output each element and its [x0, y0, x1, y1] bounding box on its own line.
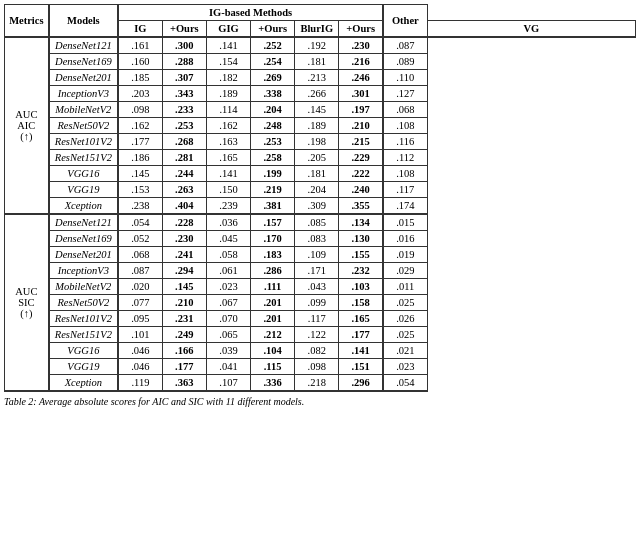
value-vg: .089: [383, 54, 427, 70]
value-blurig: .117: [295, 311, 339, 327]
other-header: Other: [383, 5, 427, 38]
model-cell: DenseNet121: [49, 37, 118, 54]
models-header: Models: [49, 5, 118, 38]
value-blurig_ours: .355: [339, 198, 383, 215]
value-blurig: .099: [295, 295, 339, 311]
value-ig: .020: [118, 279, 162, 295]
value-ig_ours: .233: [162, 102, 206, 118]
value-vg: .087: [383, 37, 427, 54]
value-ig: .068: [118, 247, 162, 263]
value-ig_ours: .145: [162, 279, 206, 295]
value-blurig_ours: .165: [339, 311, 383, 327]
value-blurig: .171: [295, 263, 339, 279]
value-ig_ours: .281: [162, 150, 206, 166]
value-vg: .127: [383, 86, 427, 102]
value-vg: .112: [383, 150, 427, 166]
model-cell: DenseNet169: [49, 231, 118, 247]
ig-subheader: IG: [118, 21, 162, 38]
model-cell: Xception: [49, 375, 118, 392]
vg-subheader: VG: [427, 21, 635, 38]
value-gig: .067: [206, 295, 250, 311]
value-blurig: .218: [295, 375, 339, 392]
value-vg: .029: [383, 263, 427, 279]
model-cell: VGG16: [49, 166, 118, 182]
value-blurig_ours: .134: [339, 214, 383, 231]
value-gig_ours: .219: [251, 182, 295, 198]
value-blurig_ours: .222: [339, 166, 383, 182]
value-gig: .154: [206, 54, 250, 70]
value-ig_ours: .404: [162, 198, 206, 215]
value-ig_ours: .307: [162, 70, 206, 86]
value-gig_ours: .381: [251, 198, 295, 215]
value-ig: .046: [118, 359, 162, 375]
value-gig: .039: [206, 343, 250, 359]
value-gig_ours: .157: [251, 214, 295, 231]
value-blurig: .109: [295, 247, 339, 263]
model-cell: Xception: [49, 198, 118, 215]
value-blurig_ours: .103: [339, 279, 383, 295]
value-blurig: .181: [295, 166, 339, 182]
value-blurig: .085: [295, 214, 339, 231]
value-gig_ours: .115: [251, 359, 295, 375]
value-gig_ours: .252: [251, 37, 295, 54]
value-ig: .160: [118, 54, 162, 70]
value-gig: .141: [206, 166, 250, 182]
value-ig: .087: [118, 263, 162, 279]
model-cell: DenseNet201: [49, 70, 118, 86]
value-ig: .098: [118, 102, 162, 118]
value-blurig: .043: [295, 279, 339, 295]
value-vg: .108: [383, 118, 427, 134]
value-vg: .116: [383, 134, 427, 150]
value-vg: .117: [383, 182, 427, 198]
value-blurig: .192: [295, 37, 339, 54]
value-ig: .119: [118, 375, 162, 392]
value-ig_ours: .249: [162, 327, 206, 343]
value-blurig: .082: [295, 343, 339, 359]
ig-ours-subheader: +Ours: [162, 21, 206, 38]
value-ig_ours: .231: [162, 311, 206, 327]
model-cell: DenseNet121: [49, 214, 118, 231]
value-gig: .165: [206, 150, 250, 166]
blurig-subheader: BlurIG: [295, 21, 339, 38]
value-gig: .061: [206, 263, 250, 279]
value-blurig: .204: [295, 182, 339, 198]
value-gig: .036: [206, 214, 250, 231]
value-blurig: .205: [295, 150, 339, 166]
value-gig_ours: .111: [251, 279, 295, 295]
value-blurig: .145: [295, 102, 339, 118]
value-ig: .046: [118, 343, 162, 359]
value-ig: .161: [118, 37, 162, 54]
value-ig: .054: [118, 214, 162, 231]
model-cell: MobileNetV2: [49, 279, 118, 295]
value-ig: .238: [118, 198, 162, 215]
value-ig_ours: .268: [162, 134, 206, 150]
value-ig: .095: [118, 311, 162, 327]
value-gig: .163: [206, 134, 250, 150]
value-ig_ours: .253: [162, 118, 206, 134]
value-ig: .186: [118, 150, 162, 166]
value-blurig_ours: .151: [339, 359, 383, 375]
value-ig_ours: .300: [162, 37, 206, 54]
model-cell: ResNet101V2: [49, 134, 118, 150]
metric-cell: AUCAIC(↑): [5, 37, 49, 214]
model-cell: ResNet151V2: [49, 327, 118, 343]
model-cell: VGG19: [49, 359, 118, 375]
value-ig_ours: .241: [162, 247, 206, 263]
value-gig_ours: .338: [251, 86, 295, 102]
value-vg: .026: [383, 311, 427, 327]
value-ig_ours: .210: [162, 295, 206, 311]
model-cell: ResNet50V2: [49, 295, 118, 311]
value-blurig_ours: .130: [339, 231, 383, 247]
value-blurig_ours: .155: [339, 247, 383, 263]
gig-subheader: GIG: [206, 21, 250, 38]
value-blurig_ours: .240: [339, 182, 383, 198]
value-gig: .162: [206, 118, 250, 134]
value-blurig_ours: .215: [339, 134, 383, 150]
value-blurig_ours: .210: [339, 118, 383, 134]
value-blurig: .198: [295, 134, 339, 150]
value-vg: .016: [383, 231, 427, 247]
value-blurig_ours: .296: [339, 375, 383, 392]
value-gig_ours: .336: [251, 375, 295, 392]
value-gig: .065: [206, 327, 250, 343]
value-vg: .068: [383, 102, 427, 118]
